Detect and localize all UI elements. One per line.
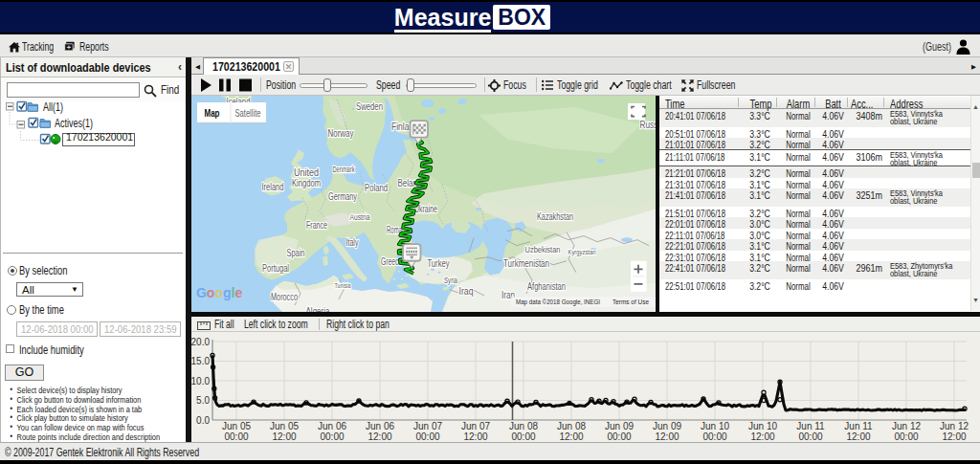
- svg-text:12:00: 12:00: [559, 431, 583, 442]
- svg-text:Kingdom: Kingdom: [292, 177, 321, 188]
- svg-text:00:00: 00:00: [798, 431, 822, 442]
- svg-text:Denmark: Denmark: [333, 165, 355, 174]
- svg-text:Jun 09: Jun 09: [605, 421, 634, 431]
- svg-text:Russia: Russia: [640, 119, 657, 130]
- svg-text:Syria: Syria: [444, 276, 457, 285]
- svg-text:Jun 05: Jun 05: [270, 421, 299, 431]
- svg-text:Ireland: Ireland: [262, 181, 284, 192]
- svg-text:Jun 08: Jun 08: [557, 421, 586, 431]
- svg-text:10.0: 10.0: [191, 376, 210, 387]
- svg-text:12:00: 12:00: [942, 431, 966, 442]
- svg-text:Jun 06: Jun 06: [366, 421, 394, 431]
- svg-text:Jun 07: Jun 07: [413, 421, 442, 431]
- svg-text:00:00: 00:00: [415, 431, 439, 442]
- svg-text:Jun 11: Jun 11: [844, 421, 873, 431]
- svg-text:Spain: Spain: [287, 247, 305, 258]
- svg-text:Norway: Norway: [328, 127, 354, 139]
- svg-text:Algeria: Algeria: [306, 305, 331, 312]
- svg-text:Google: Google: [196, 285, 242, 300]
- svg-text:12:00: 12:00: [272, 431, 296, 442]
- svg-text:Map data ©2018 Google, INEGI: Map data ©2018 Google, INEGI: [516, 298, 600, 306]
- svg-text:France: France: [306, 219, 327, 231]
- svg-text:Italy: Italy: [346, 236, 359, 248]
- svg-text:00:00: 00:00: [607, 431, 631, 442]
- svg-text:00:00: 00:00: [320, 431, 344, 442]
- svg-text:Kazakhstan: Kazakhstan: [537, 210, 573, 222]
- svg-text:Jun 08: Jun 08: [509, 421, 538, 431]
- svg-text:20.0: 20.0: [191, 337, 210, 347]
- svg-text:12:00: 12:00: [463, 431, 487, 442]
- svg-text:Austria: Austria: [350, 212, 370, 222]
- svg-text:Jun 11: Jun 11: [796, 421, 825, 431]
- svg-text:Turkmenistan: Turkmenistan: [503, 257, 549, 269]
- svg-text:Jun 07: Jun 07: [461, 421, 490, 431]
- svg-text:Morocco: Morocco: [271, 291, 298, 302]
- svg-text:Afghanistan: Afghanistan: [527, 280, 566, 292]
- svg-text:Poland: Poland: [365, 182, 388, 193]
- svg-text:Map: Map: [205, 107, 220, 119]
- svg-text:Portugal: Portugal: [262, 262, 289, 274]
- svg-text:Terms of Use: Terms of Use: [612, 298, 649, 306]
- svg-text:00:00: 00:00: [511, 431, 535, 442]
- svg-text:00:00: 00:00: [224, 431, 248, 442]
- svg-text:Sweden: Sweden: [356, 100, 383, 112]
- svg-text:00:00: 00:00: [894, 431, 918, 442]
- svg-text:12:00: 12:00: [655, 431, 679, 442]
- svg-text:5.0: 5.0: [196, 395, 210, 406]
- svg-text:Jun 12: Jun 12: [940, 421, 969, 431]
- svg-text:Turkey: Turkey: [428, 257, 450, 269]
- svg-text:00:00: 00:00: [702, 431, 726, 442]
- svg-text:Kyrgyzstan: Kyrgyzstan: [568, 248, 596, 256]
- svg-text:Satellite: Satellite: [235, 107, 261, 119]
- svg-text:Jun 12: Jun 12: [892, 421, 921, 431]
- svg-text:Jun 06: Jun 06: [318, 421, 346, 431]
- svg-text:12:00: 12:00: [846, 431, 870, 442]
- svg-text:15.0: 15.0: [191, 356, 210, 366]
- svg-text:Tunisia: Tunisia: [335, 281, 351, 290]
- svg-text:12:00: 12:00: [368, 431, 391, 442]
- svg-text:Iraq: Iraq: [459, 285, 474, 297]
- svg-text:Germany: Germany: [328, 190, 357, 202]
- svg-text:Jun 10: Jun 10: [748, 421, 777, 431]
- svg-text:Uzbekistan: Uzbekistan: [525, 244, 561, 254]
- svg-text:Jun 10: Jun 10: [701, 421, 729, 431]
- svg-text:Jun 05: Jun 05: [222, 421, 251, 431]
- svg-text:Jun 09: Jun 09: [653, 421, 681, 431]
- svg-text:0.0: 0.0: [196, 415, 210, 426]
- svg-text:12:00: 12:00: [750, 431, 774, 442]
